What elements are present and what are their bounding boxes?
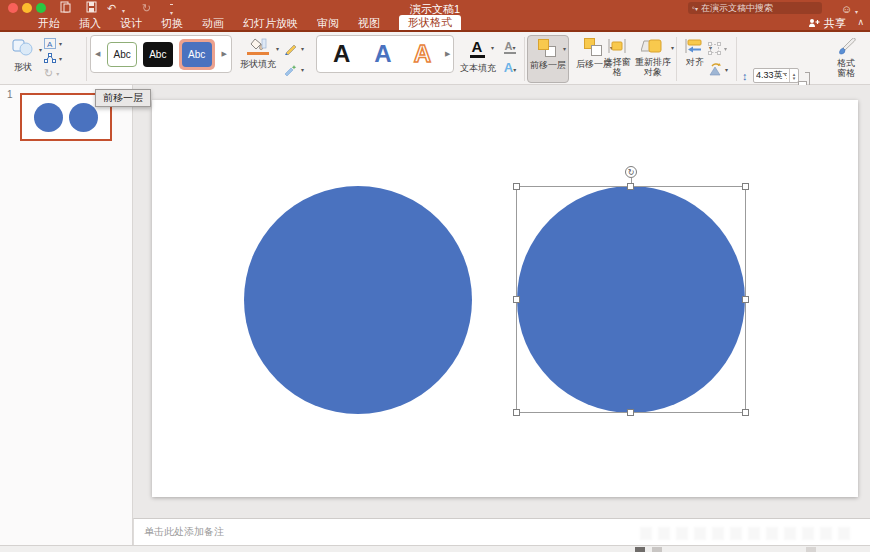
edit-points-icon — [44, 53, 56, 64]
text-fill-dropdown-icon[interactable]: ▾ — [491, 44, 494, 51]
group-rotate-controls: ▾ ▾ — [708, 40, 734, 77]
resize-handle-n[interactable] — [627, 183, 634, 190]
format-pane-button[interactable]: 格式窗格 — [826, 38, 866, 79]
text-fill-A-icon: A — [472, 38, 483, 55]
text-outline-button[interactable]: A▾ — [498, 40, 522, 54]
thumbnail-circle-left — [34, 103, 63, 132]
bring-forward-button[interactable]: ▾ 前移一层 — [527, 35, 569, 83]
align-button[interactable]: ▾ 对齐 — [680, 38, 710, 67]
selection-pane-icon — [607, 38, 627, 54]
tab-insert[interactable]: 插入 — [79, 17, 101, 30]
shape-outline-effects: ▾ ▾ — [284, 40, 310, 78]
share-button[interactable]: 共享 — [808, 16, 846, 30]
collapse-ribbon-icon[interactable]: ∧ — [857, 17, 864, 27]
divider — [524, 37, 525, 81]
resize-handle-w[interactable] — [513, 296, 520, 303]
align-label: 对齐 — [680, 57, 710, 67]
tab-home[interactable]: 开始 — [38, 17, 60, 30]
resize-handle-sw[interactable] — [513, 409, 520, 416]
reset-shape-button[interactable]: ↻ ▾ — [44, 66, 78, 81]
shape-style-gallery: ◀ Abc Abc Abc ▶ — [90, 35, 232, 73]
caret-down-icon: ▾ — [512, 45, 515, 51]
paint-bucket-icon — [250, 38, 267, 51]
caret-down-icon: ▾ — [724, 45, 727, 52]
tab-animations[interactable]: 动画 — [202, 17, 224, 30]
text-effects-A-icon: A — [504, 60, 513, 75]
share-label: 共享 — [824, 16, 846, 31]
text-style-swatch-2[interactable]: A — [374, 42, 391, 66]
resize-handle-se[interactable] — [742, 409, 749, 416]
shape-style-swatch-3-selected[interactable]: Abc — [179, 39, 215, 70]
text-effects-button[interactable]: A▾ — [498, 60, 522, 75]
tab-transitions[interactable]: 切换 — [161, 17, 183, 30]
watermark — [640, 527, 855, 540]
caret-down-icon: ▾ — [725, 66, 728, 73]
group-icon — [708, 42, 721, 55]
edit-shape-controls: A ▾ ▾ ↻ ▾ — [44, 36, 78, 81]
format-brush-icon — [835, 38, 857, 56]
reorder-objects-button[interactable]: ▾ 重新排序对象 — [634, 38, 672, 78]
oval-shape-left[interactable] — [244, 186, 472, 414]
resize-handle-e[interactable] — [742, 296, 749, 303]
caret-down-icon: ▾ — [56, 70, 59, 77]
search-scope-dropdown-icon[interactable]: ▾ — [695, 5, 698, 12]
shape-height-field[interactable]: ▴▾ — [753, 68, 799, 83]
edit-textbox-button[interactable]: A ▾ — [44, 36, 78, 51]
status-bar — [0, 545, 870, 552]
text-fill-label: 文本填充 — [460, 63, 494, 73]
status-zoom-icon[interactable] — [806, 547, 816, 552]
svg-text:A: A — [47, 40, 53, 49]
search-input[interactable] — [701, 3, 818, 13]
caret-down-icon: ▾ — [301, 66, 304, 73]
rotate-objects-button[interactable]: ▾ — [708, 61, 734, 77]
tab-view[interactable]: 视图 — [358, 17, 380, 30]
reorder-objects-label: 重新排序对象 — [634, 57, 672, 78]
text-style-swatch-3[interactable]: A — [414, 42, 431, 66]
title-bar: ↶ ▾ ↻ ▾ 演示文稿1 ▾ ☺ ▾ — [0, 0, 870, 16]
edit-points-button[interactable]: ▾ — [44, 51, 78, 66]
reorder-objects-icon — [641, 38, 665, 54]
resize-handle-s[interactable] — [627, 409, 634, 416]
group-objects-button[interactable]: ▾ — [708, 40, 734, 56]
feedback-smiley-icon[interactable]: ☺ — [841, 2, 852, 16]
height-stepper[interactable]: ▴▾ — [789, 69, 798, 82]
text-fill-color-swatch — [470, 55, 485, 58]
text-outline-effects: A▾ A▾ — [498, 40, 522, 75]
tab-shape-format[interactable]: 形状格式 — [399, 15, 461, 31]
shape-outline-button[interactable]: ▾ — [284, 40, 310, 57]
ribbon: ▾ 形状 A ▾ ▾ ↻ ▾ ◀ Abc Abc Abc ▶ — [0, 30, 870, 85]
shapes-dropdown-icon[interactable]: ▾ — [39, 46, 42, 53]
resize-handle-ne[interactable] — [742, 183, 749, 190]
text-fill-button[interactable]: A ▾ 文本填充 — [460, 39, 494, 73]
gallery-next-icon[interactable]: ▶ — [441, 50, 454, 58]
gallery-prev-icon[interactable]: ◀ — [91, 50, 104, 58]
shape-fill-dropdown-icon[interactable]: ▾ — [276, 45, 279, 52]
rotation-handle[interactable]: ↻ — [625, 166, 637, 178]
gallery-next-icon[interactable]: ▶ — [218, 50, 231, 58]
tab-review[interactable]: 审阅 — [317, 17, 339, 30]
align-icon — [685, 38, 705, 54]
text-outline-swatch — [504, 52, 516, 54]
shape-style-swatch-1[interactable]: Abc — [107, 42, 137, 67]
text-style-swatch-1[interactable]: A — [333, 42, 350, 66]
status-view-icon[interactable] — [635, 547, 645, 552]
shape-fill-button[interactable]: ▾ 形状填充 — [238, 38, 278, 69]
selection-pane-button[interactable]: 选择窗格 — [602, 38, 632, 78]
reorder-dropdown-icon[interactable]: ▾ — [671, 44, 674, 51]
status-view-icon[interactable] — [652, 547, 662, 552]
tab-slideshow[interactable]: 幻灯片放映 — [243, 17, 298, 30]
shape-effects-button[interactable]: ▾ — [284, 61, 310, 78]
insert-shape-button[interactable]: ▾ 形状 — [6, 38, 40, 72]
tab-design[interactable]: 设计 — [120, 17, 142, 30]
stepper-down-icon[interactable]: ▾ — [793, 76, 796, 80]
slide-number: 1 — [7, 89, 13, 100]
effects-wand-icon — [284, 64, 298, 76]
shape-fill-label: 形状填充 — [238, 59, 278, 69]
shape-height-input[interactable] — [754, 69, 789, 82]
reset-icon: ↻ — [44, 67, 53, 80]
shape-style-swatch-2[interactable]: Abc — [143, 42, 173, 67]
search-box[interactable]: ▾ — [688, 2, 822, 14]
slide-thumbnail-panel: 1 — [0, 85, 133, 545]
resize-handle-nw[interactable] — [513, 183, 520, 190]
bring-forward-dropdown-icon[interactable]: ▾ — [563, 45, 566, 52]
